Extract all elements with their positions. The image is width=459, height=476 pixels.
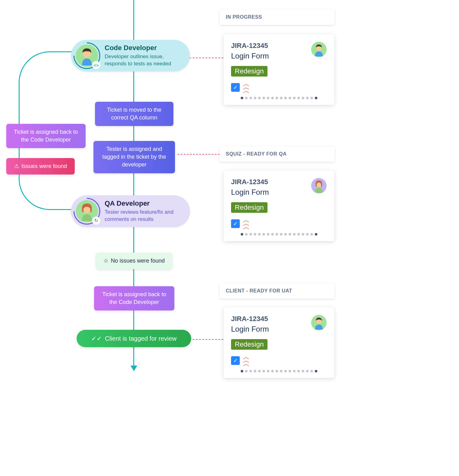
star-icon: ☆ bbox=[103, 257, 108, 265]
jira-tag: Redesign bbox=[231, 66, 267, 77]
step-client-tagged: ✓✓ Client is tagged for review bbox=[77, 330, 191, 347]
step-no-issues: ☆ No issues were found bbox=[96, 253, 172, 269]
jira-id: JIRA-12345 bbox=[231, 315, 269, 323]
step-tester-assigned: Tester is assigned and tagged in the tic… bbox=[93, 141, 175, 173]
card-pagination-dots bbox=[231, 233, 327, 236]
step-issues-found: ⚠ Issues were found bbox=[6, 158, 75, 175]
jira-title: Login Form bbox=[231, 52, 269, 60]
code-icon: <> bbox=[92, 61, 100, 69]
task-type-icon: ✓ bbox=[231, 219, 240, 228]
column-header-ready-uat: CLIENT - READY FOR UAT bbox=[220, 283, 335, 299]
role-title: Code Developer bbox=[105, 44, 181, 52]
step-label: Issues were found bbox=[21, 162, 67, 170]
role-qa: ↻ QA Developer Tester reviews feature/fi… bbox=[71, 195, 190, 227]
warning-icon: ⚠ bbox=[14, 162, 19, 170]
jira-tag: Redesign bbox=[231, 202, 267, 213]
assignee-avatar-icon bbox=[311, 178, 327, 194]
role-developer: <> Code Developer Developer outlines iss… bbox=[71, 40, 190, 72]
priority-icon: ︿︿︿ bbox=[243, 355, 250, 366]
connector-line bbox=[177, 154, 226, 155]
refresh-icon: ↻ bbox=[92, 217, 100, 225]
card-pagination-dots bbox=[231, 370, 327, 372]
column-header-ready-qa: SQUIZ - READY FOR QA bbox=[220, 146, 335, 162]
jira-card[interactable]: JIRA-12345 Login Form Redesign ✓ ︿︿︿ bbox=[224, 170, 334, 241]
flow-arrow-down-icon bbox=[130, 366, 137, 371]
step-move-to-qa: Ticket is moved to the correct QA column bbox=[95, 102, 173, 126]
jira-card[interactable]: JIRA-12345 Login Form Redesign ✓ ︿︿︿ bbox=[224, 307, 334, 378]
assignee-avatar-icon bbox=[311, 42, 327, 57]
role-description: Tester reviews feature/fix and comments … bbox=[105, 209, 181, 223]
role-title: QA Developer bbox=[105, 199, 181, 208]
jira-card[interactable]: JIRA-12345 Login Form Redesign ✓ ︿︿︿ bbox=[224, 34, 334, 105]
connector-line bbox=[189, 339, 227, 340]
step-assigned-back-loop: Ticket is assigned back to the Code Deve… bbox=[6, 124, 86, 148]
assignee-avatar-icon bbox=[311, 315, 327, 330]
jira-id: JIRA-12345 bbox=[231, 178, 269, 186]
priority-icon: ︿︿︿ bbox=[243, 82, 250, 92]
column-header-in-progress: IN PROGRESS bbox=[220, 9, 335, 25]
jira-title: Login Form bbox=[231, 325, 269, 334]
step-label: Client is tagged for review bbox=[105, 335, 177, 342]
connector-line bbox=[189, 58, 227, 58]
card-pagination-dots bbox=[231, 97, 327, 99]
step-assigned-back: Ticket is assigned back to the Code Deve… bbox=[94, 286, 174, 310]
double-check-icon: ✓✓ bbox=[91, 335, 102, 342]
task-type-icon: ✓ bbox=[231, 83, 240, 92]
jira-tag: Redesign bbox=[231, 339, 267, 350]
jira-id: JIRA-12345 bbox=[231, 42, 269, 50]
step-label: No issues were found bbox=[111, 257, 165, 265]
task-type-icon: ✓ bbox=[231, 356, 240, 365]
jira-title: Login Form bbox=[231, 188, 269, 197]
priority-icon: ︿︿︿ bbox=[243, 218, 250, 229]
role-description: Developer outlines issue, responds to te… bbox=[105, 53, 181, 68]
